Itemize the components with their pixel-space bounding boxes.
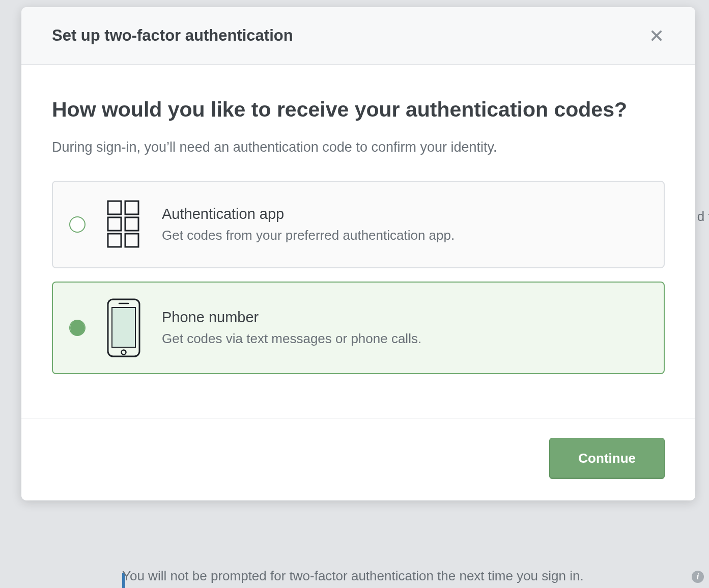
option-text-block: Authentication app Get codes from your p…: [162, 206, 647, 243]
option-phone-number[interactable]: Phone number Get codes via text messages…: [52, 282, 665, 374]
option-desc: Get codes from your preferred authentica…: [162, 228, 647, 243]
question-subtext: During sign-in, you’ll need an authentic…: [52, 139, 665, 155]
option-text-block: Phone number Get codes via text messages…: [162, 309, 647, 347]
svg-rect-7: [125, 234, 138, 247]
svg-rect-6: [108, 234, 121, 247]
backdrop-2fa-note: You will not be prompted for two-factor …: [122, 568, 584, 584]
option-title: Authentication app: [162, 206, 647, 222]
svg-rect-2: [108, 201, 121, 214]
question-heading: How would you like to receive your authe…: [52, 96, 665, 123]
svg-point-10: [122, 350, 126, 355]
svg-rect-3: [125, 201, 138, 214]
backdrop-text-fragment: d to: [697, 209, 709, 225]
continue-button[interactable]: Continue: [549, 438, 665, 479]
option-title: Phone number: [162, 309, 647, 326]
radio-unselected[interactable]: [69, 216, 86, 233]
radio-selected[interactable]: [69, 320, 86, 336]
authenticator-grid-icon: [104, 199, 144, 250]
close-icon[interactable]: [648, 27, 665, 44]
modal-title: Set up two-factor authentication: [52, 26, 293, 45]
option-desc: Get codes via text messages or phone cal…: [162, 331, 647, 347]
modal-header: Set up two-factor authentication: [21, 7, 695, 65]
two-factor-setup-modal: Set up two-factor authentication How wou…: [21, 7, 695, 500]
svg-rect-4: [108, 217, 121, 231]
phone-icon: [104, 300, 144, 356]
svg-rect-9: [112, 307, 135, 347]
modal-body: How would you like to receive your authe…: [21, 65, 695, 418]
option-authentication-app[interactable]: Authentication app Get codes from your p…: [52, 181, 665, 268]
svg-rect-5: [125, 217, 138, 231]
info-icon[interactable]: i: [692, 571, 704, 583]
modal-footer: Continue: [21, 418, 695, 500]
